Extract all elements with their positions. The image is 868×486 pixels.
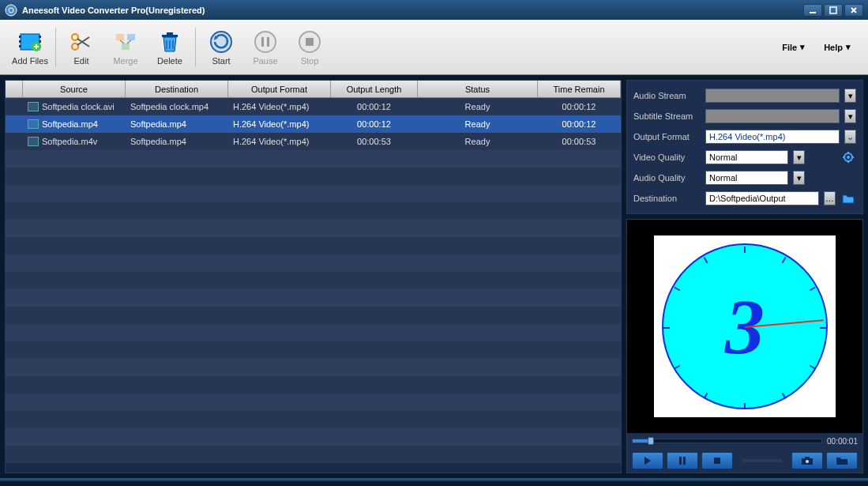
empty-row bbox=[6, 220, 621, 237]
column-time-remain[interactable]: Time Remain bbox=[538, 81, 621, 97]
dropdown-icon[interactable]: ▾ bbox=[844, 109, 856, 123]
maximize-button[interactable] bbox=[824, 4, 843, 17]
help-menu[interactable]: Help▾ bbox=[814, 37, 860, 57]
svg-point-22 bbox=[255, 32, 276, 52]
column-status[interactable]: Status bbox=[418, 81, 538, 97]
column-source[interactable]: Source bbox=[23, 81, 126, 97]
svg-rect-14 bbox=[127, 34, 135, 40]
add-files-label: Add Files bbox=[12, 56, 48, 66]
empty-row bbox=[6, 168, 621, 185]
destination-label: Destination bbox=[633, 194, 701, 203]
browse-ellipsis-button[interactable]: … bbox=[824, 191, 836, 205]
empty-row bbox=[6, 341, 621, 359]
merge-button[interactable]: Merge bbox=[103, 26, 148, 69]
seek-slider[interactable] bbox=[632, 439, 822, 443]
merge-label: Merge bbox=[113, 56, 137, 66]
table-row[interactable]: Softpedia clock.aviSoftpedia clock.mp4H.… bbox=[6, 98, 621, 115]
video-file-icon bbox=[28, 137, 39, 146]
svg-rect-33 bbox=[679, 457, 682, 465]
dropdown-icon[interactable]: ⌄ bbox=[844, 130, 856, 144]
volume-slider[interactable] bbox=[742, 459, 782, 462]
output-format-label: Output Format bbox=[633, 132, 701, 141]
svg-rect-16 bbox=[162, 35, 178, 37]
svg-rect-17 bbox=[167, 32, 173, 35]
settings-panel: Audio Stream ▾ Subtitle Stream ▾ Output … bbox=[626, 80, 863, 214]
checkbox-column-header[interactable] bbox=[6, 81, 23, 97]
table-body[interactable]: Softpedia clock.aviSoftpedia clock.mp4H.… bbox=[6, 98, 621, 473]
start-button[interactable]: Start bbox=[199, 26, 243, 69]
pause-button[interactable]: Pause bbox=[243, 26, 287, 69]
dropdown-icon[interactable]: ▾ bbox=[793, 171, 805, 185]
empty-row bbox=[6, 411, 621, 428]
open-folder-button[interactable] bbox=[840, 191, 856, 205]
video-quality-select[interactable]: Normal bbox=[705, 150, 788, 164]
table-row[interactable]: Softpedia.m4vSoftpedia.mp4H.264 Video(*.… bbox=[6, 133, 621, 150]
svg-rect-6 bbox=[19, 45, 21, 47]
title-bar: Aneesoft Video Converter Pro(Unregistere… bbox=[0, 0, 868, 20]
separator bbox=[195, 28, 196, 67]
close-button[interactable] bbox=[844, 4, 863, 17]
start-label: Start bbox=[212, 56, 230, 66]
start-icon bbox=[209, 29, 234, 55]
empty-row bbox=[6, 289, 621, 307]
svg-rect-34 bbox=[683, 457, 686, 465]
preview-stop-button[interactable] bbox=[701, 452, 733, 469]
svg-rect-26 bbox=[306, 38, 314, 46]
format-cell: H.264 Video(*.mp4) bbox=[228, 119, 331, 129]
video-file-icon bbox=[28, 102, 39, 111]
empty-row bbox=[6, 446, 621, 463]
preview-frame: 3 bbox=[654, 235, 836, 417]
format-cell: H.264 Video(*.mp4) bbox=[228, 102, 331, 111]
length-cell: 00:00:53 bbox=[331, 137, 418, 146]
empty-row bbox=[6, 428, 621, 446]
video-file-icon bbox=[28, 119, 39, 129]
audio-quality-label: Audio Quality bbox=[633, 173, 701, 183]
edit-label: Edit bbox=[74, 56, 89, 66]
source-cell: Softpedia clock.avi bbox=[42, 102, 115, 111]
status-cell: Ready bbox=[418, 102, 538, 111]
empty-row bbox=[6, 185, 621, 202]
preview-video[interactable]: 3 bbox=[627, 220, 862, 433]
svg-point-28 bbox=[847, 156, 850, 159]
table-row[interactable]: Softpedia.mp4Softpedia.mp4H.264 Video(*.… bbox=[6, 115, 621, 133]
status-cell: Ready bbox=[418, 119, 538, 129]
stop-button[interactable]: Stop bbox=[287, 26, 332, 69]
remain-cell: 00:00:53 bbox=[538, 137, 621, 146]
destination-input[interactable]: D:\Softpedia\Output bbox=[705, 191, 819, 205]
snapshot-button[interactable] bbox=[791, 452, 823, 469]
output-format-select[interactable]: H.264 Video(*.mp4) bbox=[705, 130, 840, 144]
preview-pause-button[interactable] bbox=[667, 452, 698, 469]
column-output-length[interactable]: Output Length bbox=[331, 81, 418, 97]
toolbar: Add Files Edit Merge Delete Start Pause … bbox=[0, 20, 868, 75]
empty-row bbox=[6, 359, 621, 376]
audio-quality-select[interactable]: Normal bbox=[705, 171, 788, 185]
column-output-format[interactable]: Output Format bbox=[228, 81, 331, 97]
delete-button[interactable]: Delete bbox=[148, 26, 192, 69]
svg-rect-23 bbox=[261, 37, 264, 47]
advanced-settings-button[interactable] bbox=[840, 150, 856, 164]
merge-icon bbox=[113, 29, 138, 55]
svg-rect-35 bbox=[714, 458, 720, 464]
audio-stream-select[interactable] bbox=[705, 89, 840, 103]
minimize-button[interactable] bbox=[803, 4, 822, 17]
snapshot-folder-button[interactable] bbox=[826, 452, 858, 469]
add-files-button[interactable]: Add Files bbox=[8, 26, 52, 69]
svg-rect-15 bbox=[122, 43, 130, 50]
length-cell: 00:00:12 bbox=[331, 119, 418, 129]
column-destination[interactable]: Destination bbox=[126, 81, 228, 97]
add-files-icon bbox=[17, 29, 43, 55]
edit-button[interactable]: Edit bbox=[59, 26, 103, 69]
empty-row bbox=[6, 150, 621, 168]
destination-cell: Softpedia clock.mp4 bbox=[126, 102, 228, 111]
svg-rect-13 bbox=[116, 34, 124, 40]
empty-row bbox=[6, 202, 621, 220]
play-button[interactable] bbox=[632, 452, 663, 469]
destination-cell: Softpedia.mp4 bbox=[126, 119, 228, 129]
status-cell: Ready bbox=[418, 137, 538, 146]
app-icon bbox=[5, 4, 17, 17]
subtitle-stream-select[interactable] bbox=[705, 109, 840, 123]
file-menu[interactable]: File▾ bbox=[772, 37, 814, 57]
chevron-down-icon: ▾ bbox=[800, 42, 805, 52]
dropdown-icon[interactable]: ▾ bbox=[793, 150, 805, 164]
dropdown-icon[interactable]: ▾ bbox=[844, 89, 856, 103]
